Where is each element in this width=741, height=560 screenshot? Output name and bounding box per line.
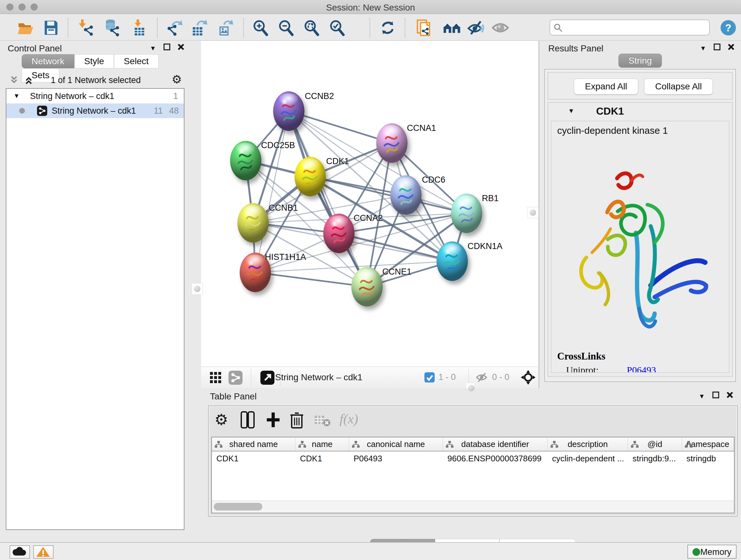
table-panel-body: ⚙	[208, 406, 738, 516]
zoom-fit-button[interactable]	[302, 19, 321, 37]
show-columns-icon[interactable]	[239, 411, 257, 430]
node-CDC25B[interactable]	[230, 141, 261, 180]
table-cell[interactable]: stringdb	[682, 451, 734, 465]
warnings-button[interactable]	[33, 545, 54, 559]
table-options-gear-icon[interactable]: ⚙	[214, 411, 232, 430]
table-cell[interactable]: stringdb:9...	[628, 451, 682, 465]
search-icon	[553, 23, 563, 33]
column-header-description[interactable]: description	[548, 437, 628, 451]
table-row[interactable]: CDK1CDK1P064939606.ENSP00000378699cyclin…	[212, 451, 734, 465]
open-session-button[interactable]	[17, 19, 35, 37]
network-share-gray-icon[interactable]	[228, 371, 243, 385]
table-panel-close-icon[interactable]	[726, 391, 733, 400]
collection-count: 1	[173, 91, 178, 101]
zoom-selected-button[interactable]	[328, 19, 347, 37]
column-header-namespace[interactable]: namespace	[682, 437, 734, 451]
export-network-button[interactable]	[165, 19, 184, 37]
column-header-name[interactable]: name	[295, 437, 349, 451]
delete-column-trash-icon[interactable]	[289, 411, 307, 430]
edge-CCNB2-HIST1H1A[interactable]	[255, 111, 289, 272]
crosslink-link[interactable]: P06493	[627, 365, 656, 373]
node-RB1[interactable]	[451, 193, 482, 233]
first-neighbors-button[interactable]	[443, 19, 461, 37]
import-network-button[interactable]	[76, 19, 94, 37]
gene-entry-header[interactable]: ▼ CDK1	[548, 103, 732, 121]
create-column-icon[interactable]	[265, 411, 283, 430]
node-CCNE1[interactable]	[351, 267, 383, 307]
table-panel-title: Table Panel	[210, 391, 257, 401]
control-panel-float-icon[interactable]	[163, 44, 171, 52]
detach-view-icon[interactable]	[260, 371, 274, 385]
network-collection-row[interactable]: ▼ String Network – cdk1 1	[6, 89, 184, 104]
export-image-button[interactable]	[216, 19, 235, 37]
search-input[interactable]	[565, 21, 706, 34]
node-structure-thumbnail	[451, 193, 482, 233]
node-CDKN1A[interactable]	[436, 241, 468, 281]
export-table-button[interactable]	[190, 19, 209, 37]
clone-network-button[interactable]	[415, 19, 433, 37]
table-cell[interactable]: 9606.ENSP00000378699	[443, 451, 548, 465]
column-header-shared-name[interactable]: shared name	[212, 437, 295, 451]
selected-checkbox-icon[interactable]	[424, 372, 434, 382]
results-panel-collapse-icon[interactable]: ▼	[700, 45, 706, 52]
table-panel-collapse-icon[interactable]: ▼	[698, 393, 705, 400]
node-CDK1[interactable]	[294, 157, 326, 196]
network-options-gear-icon[interactable]: ⚙	[172, 73, 182, 86]
gene-entry-card: ▼ CDK1 cyclin-dependent kinase 1	[548, 102, 733, 377]
node-label-CDKN1A: CDKN1A	[468, 241, 502, 251]
zoom-out-icon	[277, 19, 295, 37]
node-CDC6[interactable]	[390, 175, 421, 215]
cloud-status-button[interactable]	[10, 545, 30, 559]
network-canvas[interactable]: CCNB2 CCNA1 CDC25B CDK1 CDC6	[201, 41, 538, 367]
tab-string[interactable]: String	[618, 54, 662, 68]
tab-style[interactable]: Style	[74, 54, 114, 68]
control-panel-collapse-icon[interactable]: ▼	[150, 45, 156, 52]
grid-view-icon[interactable]	[209, 371, 222, 384]
zoom-out-button[interactable]	[277, 19, 295, 37]
right-splitter-handle[interactable]	[527, 207, 539, 219]
crosslink-row: Uniprot: P06493	[557, 362, 723, 373]
gene-description: cyclin-dependent kinase 1	[557, 125, 668, 136]
node-CCNB1[interactable]	[238, 203, 269, 243]
table-cell[interactable]: cyclin-dependent ...	[548, 451, 628, 465]
gene-entry-collapse-icon[interactable]: ▼	[568, 107, 575, 115]
control-panel-title: Control Panel	[8, 44, 62, 53]
collection-expand-icon[interactable]: ▼	[13, 92, 20, 100]
expand-all-button[interactable]: Expand All	[574, 78, 638, 95]
column-header-canonical-name[interactable]: canonical name	[349, 437, 443, 451]
window-title: Session: New Session	[0, 3, 741, 13]
export-table-icon	[190, 19, 209, 37]
zoom-in-button[interactable]	[252, 19, 270, 37]
table-cell[interactable]: CDK1	[212, 451, 295, 465]
import-network-database-button[interactable]	[103, 19, 121, 37]
results-panel-float-icon[interactable]	[714, 44, 721, 52]
birds-eye-toggle-icon[interactable]	[520, 369, 536, 385]
help-button[interactable]: ?	[720, 19, 738, 37]
table-panel-float-icon[interactable]	[712, 391, 719, 400]
collapse-all-button[interactable]: Collapse All	[644, 78, 713, 95]
tab-select[interactable]: Select	[114, 54, 158, 68]
edge-HIST1H1A-CCNE1[interactable]	[255, 272, 367, 287]
import-table-button[interactable]	[130, 19, 149, 37]
show-hide-graphics-button[interactable]	[467, 19, 485, 37]
bottom-splitter-handle[interactable]	[466, 382, 475, 389]
table-cell[interactable]: P06493	[349, 451, 443, 465]
table-cell[interactable]: CDK1	[295, 451, 349, 465]
control-panel-close-icon[interactable]	[178, 44, 185, 52]
level-of-detail-button[interactable]	[491, 19, 510, 37]
column-header--id[interactable]: @id	[628, 437, 682, 451]
column-header-database-identifier[interactable]: database identifier	[443, 437, 548, 451]
network-row-selected[interactable]: String Network – cdk1 11 48	[6, 104, 184, 118]
memory-button[interactable]: Memory	[687, 545, 737, 559]
scrollbar-thumb[interactable]	[214, 503, 262, 510]
left-splitter-handle[interactable]	[192, 283, 203, 295]
node-CCNA2[interactable]	[323, 213, 354, 253]
results-panel-close-icon[interactable]	[728, 44, 735, 52]
refresh-button[interactable]	[379, 19, 397, 37]
save-session-button[interactable]	[42, 19, 60, 37]
node-CCNB2[interactable]	[273, 91, 305, 131]
node-CCNA1[interactable]	[376, 123, 408, 163]
tab-network[interactable]: Network	[22, 54, 74, 68]
main-toolbar: ?	[0, 14, 741, 41]
collection-label: String Network – cdk1	[30, 91, 114, 101]
